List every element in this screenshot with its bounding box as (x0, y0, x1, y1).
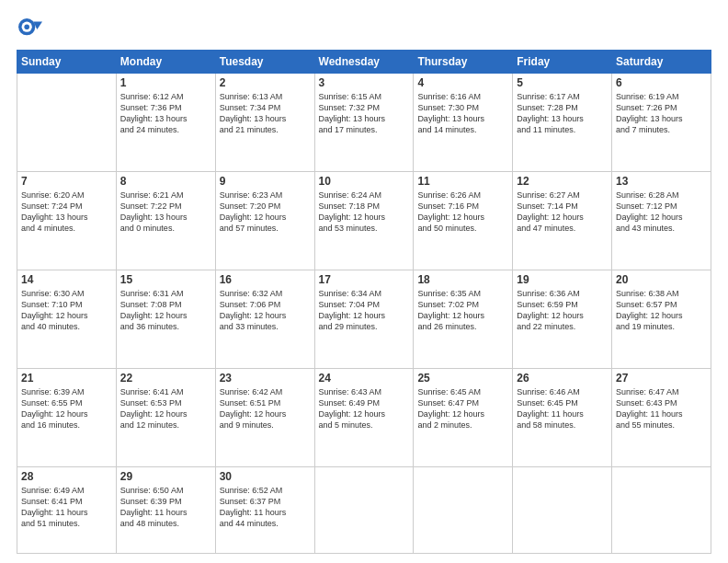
day-number: 26 (517, 372, 608, 385)
cell-info: Sunrise: 6:31 AM (120, 288, 211, 299)
cell-info: Sunset: 6:47 PM (417, 397, 508, 408)
cell-info: Sunrise: 6:34 AM (319, 288, 410, 299)
cell-info: Sunset: 6:51 PM (220, 397, 311, 408)
day-number: 17 (319, 273, 410, 286)
week-row: 28Sunrise: 6:49 AMSunset: 6:41 PMDayligh… (17, 467, 711, 554)
calendar-cell: 5Sunrise: 6:17 AMSunset: 7:28 PMDaylight… (513, 74, 612, 172)
cell-info: Daylight: 13 hours (220, 113, 311, 124)
calendar-cell: 12Sunrise: 6:27 AMSunset: 7:14 PMDayligh… (513, 172, 612, 270)
calendar-cell (414, 467, 513, 554)
cell-info: and 14 minutes. (417, 124, 508, 135)
cell-info: and 5 minutes. (319, 419, 410, 431)
logo (17, 17, 46, 42)
page: SundayMondayTuesdayWednesdayThursdayFrid… (0, 0, 728, 563)
cell-info: Sunrise: 6:26 AM (417, 190, 508, 201)
cell-info: Sunset: 7:10 PM (21, 299, 112, 310)
day-number: 25 (417, 372, 508, 385)
cell-info: and 4 minutes. (21, 223, 112, 234)
calendar-cell: 22Sunrise: 6:41 AMSunset: 6:53 PMDayligh… (116, 369, 215, 467)
cell-info: Sunset: 7:30 PM (417, 102, 508, 113)
cell-info: Sunset: 7:18 PM (319, 201, 410, 212)
cell-info: and 40 minutes. (21, 321, 112, 332)
cell-info: and 22 minutes. (517, 321, 608, 332)
cell-info: Daylight: 12 hours (517, 212, 608, 223)
weekday-header: Wednesday (314, 51, 414, 74)
cell-info: and 44 minutes. (220, 518, 311, 529)
week-row: 1Sunrise: 6:12 AMSunset: 7:36 PMDaylight… (17, 74, 711, 172)
calendar-cell: 2Sunrise: 6:13 AMSunset: 7:34 PMDaylight… (215, 74, 314, 172)
cell-info: Sunrise: 6:42 AM (220, 386, 311, 397)
calendar-cell: 10Sunrise: 6:24 AMSunset: 7:18 PMDayligh… (314, 172, 414, 270)
calendar-cell: 17Sunrise: 6:34 AMSunset: 7:04 PMDayligh… (314, 270, 414, 369)
day-number: 8 (120, 175, 211, 188)
cell-info: Daylight: 13 hours (319, 113, 410, 124)
weekday-header: Friday (513, 51, 612, 74)
cell-info: and 33 minutes. (220, 321, 311, 332)
calendar-cell: 26Sunrise: 6:46 AMSunset: 6:45 PMDayligh… (513, 369, 612, 467)
calendar-cell: 16Sunrise: 6:32 AMSunset: 7:06 PMDayligh… (215, 270, 314, 369)
calendar-cell: 18Sunrise: 6:35 AMSunset: 7:02 PMDayligh… (414, 270, 513, 369)
calendar-cell: 25Sunrise: 6:45 AMSunset: 6:47 PMDayligh… (414, 369, 513, 467)
day-number: 27 (616, 372, 707, 385)
cell-info: Daylight: 13 hours (517, 113, 608, 124)
cell-info: and 51 minutes. (21, 518, 112, 529)
calendar-cell: 27Sunrise: 6:47 AMSunset: 6:43 PMDayligh… (612, 369, 711, 467)
cell-info: Sunrise: 6:15 AM (319, 91, 410, 102)
cell-info: and 17 minutes. (319, 124, 410, 135)
cell-info: Sunrise: 6:16 AM (417, 91, 508, 102)
week-row: 7Sunrise: 6:20 AMSunset: 7:24 PMDaylight… (17, 172, 711, 270)
cell-info: Daylight: 12 hours (220, 408, 311, 419)
logo-icon (17, 17, 42, 42)
cell-info: Daylight: 12 hours (120, 310, 211, 321)
calendar-cell: 7Sunrise: 6:20 AMSunset: 7:24 PMDaylight… (17, 172, 117, 270)
cell-info: Daylight: 11 hours (120, 507, 211, 518)
cell-info: Sunset: 7:06 PM (220, 299, 311, 310)
cell-info: Sunrise: 6:45 AM (417, 386, 508, 397)
calendar-cell (17, 74, 117, 172)
calendar-cell (314, 467, 414, 554)
cell-info: and 57 minutes. (220, 223, 311, 234)
cell-info: Sunset: 7:32 PM (319, 102, 410, 113)
calendar-cell: 24Sunrise: 6:43 AMSunset: 6:49 PMDayligh… (314, 369, 414, 467)
cell-info: Daylight: 11 hours (220, 507, 311, 518)
calendar-cell: 29Sunrise: 6:50 AMSunset: 6:39 PMDayligh… (116, 467, 215, 554)
cell-info: Sunset: 6:55 PM (21, 397, 112, 408)
calendar-cell: 14Sunrise: 6:30 AMSunset: 7:10 PMDayligh… (17, 270, 117, 369)
day-number: 19 (517, 273, 608, 286)
cell-info: Sunset: 7:02 PM (417, 299, 508, 310)
cell-info: Sunset: 6:49 PM (319, 397, 410, 408)
day-number: 18 (417, 273, 508, 286)
cell-info: Daylight: 12 hours (616, 310, 707, 321)
cell-info: Sunrise: 6:13 AM (220, 91, 311, 102)
cell-info: Sunset: 6:45 PM (517, 397, 608, 408)
weekday-header: Sunday (17, 51, 117, 74)
day-number: 29 (120, 470, 211, 483)
calendar-cell: 28Sunrise: 6:49 AMSunset: 6:41 PMDayligh… (17, 467, 117, 554)
calendar-cell (513, 467, 612, 554)
cell-info: Sunset: 6:39 PM (120, 496, 211, 507)
cell-info: Daylight: 13 hours (21, 212, 112, 223)
cell-info: and 2 minutes. (417, 419, 508, 431)
day-number: 22 (120, 372, 211, 385)
week-row: 14Sunrise: 6:30 AMSunset: 7:10 PMDayligh… (17, 270, 711, 369)
day-number: 7 (21, 175, 112, 188)
week-row: 21Sunrise: 6:39 AMSunset: 6:55 PMDayligh… (17, 369, 711, 467)
weekday-header: Saturday (612, 51, 711, 74)
calendar-cell: 9Sunrise: 6:23 AMSunset: 7:20 PMDaylight… (215, 172, 314, 270)
cell-info: Daylight: 12 hours (220, 310, 311, 321)
cell-info: and 24 minutes. (120, 124, 211, 135)
calendar-cell: 15Sunrise: 6:31 AMSunset: 7:08 PMDayligh… (116, 270, 215, 369)
cell-info: Sunset: 7:14 PM (517, 201, 608, 212)
cell-info: Daylight: 12 hours (319, 408, 410, 419)
svg-point-2 (24, 24, 29, 29)
cell-info: Daylight: 12 hours (517, 310, 608, 321)
day-number: 4 (417, 76, 508, 89)
cell-info: Sunset: 7:22 PM (120, 201, 211, 212)
cell-info: Sunrise: 6:24 AM (319, 190, 410, 201)
cell-info: Sunrise: 6:50 AM (120, 485, 211, 496)
cell-info: Sunrise: 6:36 AM (517, 288, 608, 299)
cell-info: Daylight: 11 hours (616, 408, 707, 419)
day-number: 5 (517, 76, 608, 89)
calendar-cell: 6Sunrise: 6:19 AMSunset: 7:26 PMDaylight… (612, 74, 711, 172)
cell-info: Sunset: 6:53 PM (120, 397, 211, 408)
